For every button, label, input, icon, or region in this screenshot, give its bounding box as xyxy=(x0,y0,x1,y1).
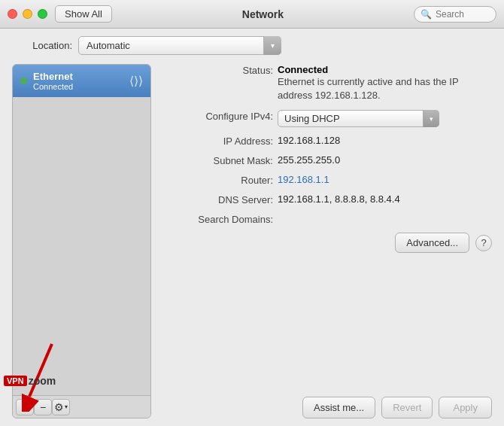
sidebar-item-name-ethernet: Ethernet xyxy=(33,71,73,82)
sidebar-items: Ethernet Connected ⟨⟩⟩ xyxy=(13,65,150,395)
search-domains-row: Search Domains: xyxy=(168,213,492,225)
ip-value: 192.168.1.128 xyxy=(278,135,340,146)
revert-button[interactable]: Revert xyxy=(381,397,433,418)
help-button[interactable]: ? xyxy=(475,235,492,251)
status-label: Status: xyxy=(168,64,273,76)
window-title: Network xyxy=(112,8,414,20)
location-select[interactable]: Automatic Home Work xyxy=(78,36,281,55)
status-value: Connected xyxy=(278,64,466,75)
watermark: VPN zoom xyxy=(4,375,56,387)
search-box: 🔍 xyxy=(414,6,496,23)
location-label: Location: xyxy=(12,40,72,51)
router-value: 192.168.1.1 xyxy=(278,174,329,185)
add-network-button[interactable]: + xyxy=(16,399,34,415)
search-icon: 🔍 xyxy=(421,9,432,20)
apply-button[interactable]: Apply xyxy=(439,397,492,418)
window-controls xyxy=(8,9,47,19)
watermark-logo: VPN xyxy=(4,376,27,386)
configure-select[interactable]: Using DHCP Manually Using BootP Off xyxy=(278,110,439,127)
main-content: Location: Automatic Home Work ▾ Ethernet… xyxy=(0,29,504,426)
location-row: Location: Automatic Home Work ▾ xyxy=(12,36,492,55)
details-panel: Status: Connected Ethernet is currently … xyxy=(160,64,492,418)
status-description: Ethernet is currently active and has the… xyxy=(278,75,466,102)
remove-network-button[interactable]: − xyxy=(34,399,52,415)
configure-select-wrap: Using DHCP Manually Using BootP Off ▾ xyxy=(278,110,439,127)
subnet-label: Subnet Mask: xyxy=(168,154,273,166)
status-row: Status: Connected Ethernet is currently … xyxy=(168,64,492,102)
gear-dropdown-arrow: ▾ xyxy=(65,403,68,410)
dns-label: DNS Server: xyxy=(168,193,273,205)
subnet-row: Subnet Mask: 255.255.255.0 xyxy=(168,154,492,166)
subnet-value: 255.255.255.0 xyxy=(278,154,340,166)
dns-value: 192.168.1.1, 8.8.8.8, 8.8.4.4 xyxy=(278,193,400,205)
sidebar-item-ethernet[interactable]: Ethernet Connected ⟨⟩⟩ xyxy=(13,65,150,97)
configure-label: Configure IPv4: xyxy=(168,110,273,122)
assist-button[interactable]: Assist me... xyxy=(302,397,375,418)
bottom-action-row: Assist me... Revert Apply xyxy=(160,397,492,418)
show-all-button[interactable]: Show All xyxy=(55,5,112,23)
gear-icon: ⚙ xyxy=(54,401,64,413)
dns-row: DNS Server: 192.168.1.1, 8.8.8.8, 8.8.4.… xyxy=(168,193,492,205)
details-bottom-row: Advanced... ? xyxy=(168,233,492,253)
router-label: Router: xyxy=(168,174,273,186)
minimize-button[interactable] xyxy=(23,9,32,19)
maximize-button[interactable] xyxy=(38,9,47,19)
gear-button[interactable]: ⚙ ▾ xyxy=(52,399,70,415)
sidebar-action-icon: ⟨⟩⟩ xyxy=(129,74,143,88)
ip-row: IP Address: 192.168.1.128 xyxy=(168,135,492,147)
close-button[interactable] xyxy=(8,9,17,19)
body-panel: Ethernet Connected ⟨⟩⟩ xyxy=(12,64,492,418)
location-select-wrap: Automatic Home Work ▾ xyxy=(78,36,281,55)
sidebar-item-sub-ethernet: Connected xyxy=(33,82,73,91)
router-row: Router: 192.168.1.1 xyxy=(168,174,492,186)
advanced-button[interactable]: Advanced... xyxy=(395,233,469,253)
search-input[interactable] xyxy=(436,9,488,20)
configure-row: Configure IPv4: Using DHCP Manually Usin… xyxy=(168,110,492,127)
details-content: Status: Connected Ethernet is currently … xyxy=(160,64,492,389)
ip-label: IP Address: xyxy=(168,135,273,147)
sidebar-toolbar: + − ⚙ ▾ xyxy=(13,395,150,418)
status-dot-green xyxy=(20,78,27,84)
watermark-site: zoom xyxy=(29,375,56,387)
search-domains-label: Search Domains: xyxy=(168,213,273,225)
titlebar: Show All Network 🔍 xyxy=(0,0,504,29)
sidebar: Ethernet Connected ⟨⟩⟩ xyxy=(12,64,151,418)
